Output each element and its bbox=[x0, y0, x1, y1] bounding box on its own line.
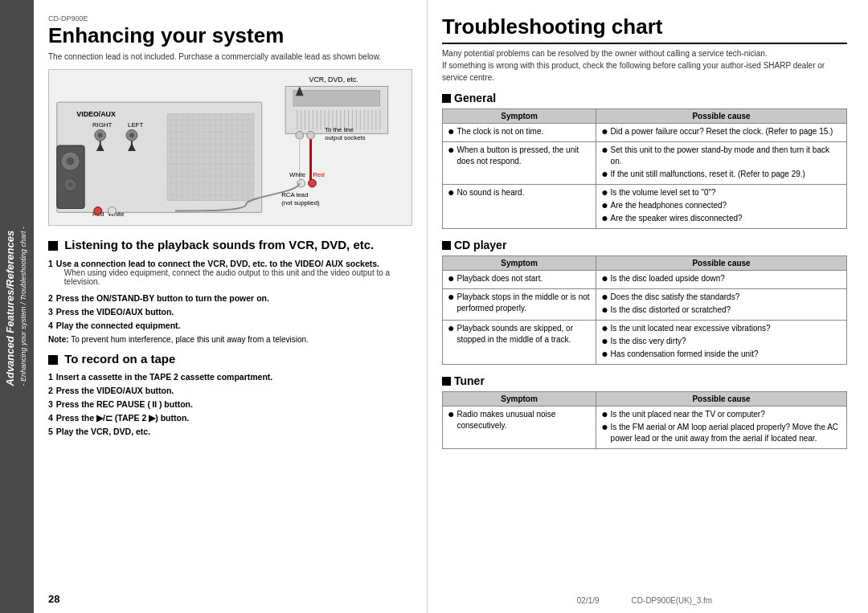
record-title: To record on a tape bbox=[48, 352, 412, 366]
list-item: 2 Press the ON/STAND-BY button to turn t… bbox=[48, 293, 412, 303]
svg-point-26 bbox=[296, 131, 304, 139]
table-row: ●No sound is heard. ●Is the volume level… bbox=[443, 185, 847, 229]
svg-text:VCR, DVD, etc.: VCR, DVD, etc. bbox=[309, 75, 358, 83]
tuner-symptom-header: Symptom bbox=[443, 392, 596, 407]
svg-point-86 bbox=[108, 206, 117, 215]
note-section: Note: To prevent hum interference, place… bbox=[48, 335, 412, 344]
cd-table: Symptom Possible cause ●Playback does no… bbox=[442, 255, 847, 365]
trouble-section-cd: CD player Symptom Possible cause ●Playba… bbox=[442, 239, 847, 365]
list-item: 4 Play the connected equipment. bbox=[48, 321, 412, 330]
svg-text:Red: Red bbox=[313, 171, 324, 178]
table-row: ●The clock is not on time. ●Did a power … bbox=[443, 124, 847, 142]
svg-point-27 bbox=[307, 131, 315, 139]
svg-point-78 bbox=[67, 157, 75, 165]
left-title: Enhancing your system bbox=[48, 24, 412, 47]
general-cause-header: Possible cause bbox=[596, 109, 847, 124]
table-row: ●Playback sounds are skipped, or stopped… bbox=[443, 321, 847, 365]
sidebar-text: Advanced Features/References - Enhancing… bbox=[4, 227, 29, 386]
general-title: General bbox=[442, 92, 847, 104]
right-intro: Many potential problems can be resolved … bbox=[442, 47, 847, 84]
svg-text:(not supplied): (not supplied) bbox=[281, 198, 320, 206]
svg-rect-3 bbox=[293, 90, 380, 106]
right-title: Troubleshooting chart bbox=[442, 14, 847, 44]
list-item: 1 Use a connection lead to connect the V… bbox=[48, 259, 412, 289]
svg-point-85 bbox=[94, 206, 102, 215]
table-row: ●Radio makes unusual noise consecutively… bbox=[443, 407, 847, 449]
list-item: 5 Play the VCR, DVD, etc. bbox=[48, 427, 412, 436]
svg-point-36 bbox=[309, 179, 317, 187]
tuner-cause-header: Possible cause bbox=[596, 392, 847, 407]
diagram-container: VCR, DVD, etc. bbox=[48, 69, 412, 226]
page-container: Advanced Features/References - Enhancing… bbox=[0, 0, 868, 613]
sidebar-main-text: Advanced Features/References bbox=[4, 231, 16, 386]
svg-text:White: White bbox=[289, 171, 305, 178]
record-steps: 1 Insert a cassette in the TAPE 2 casset… bbox=[48, 372, 412, 436]
list-item: 1 Insert a cassette in the TAPE 2 casset… bbox=[48, 372, 412, 382]
cd-title: CD player bbox=[442, 239, 847, 251]
table-row: ●Playback stops in the middle or is not … bbox=[443, 289, 847, 321]
list-item: 4 Press the ▶/⊏ (TAPE 2 ▶) button. bbox=[48, 413, 412, 423]
right-column: Troubleshooting chart Many potential pro… bbox=[428, 0, 862, 613]
cd-symptom-header: Symptom bbox=[443, 256, 596, 271]
table-row: ●Playback does not start. ●Is the disc l… bbox=[443, 271, 847, 289]
diagram-svg: VCR, DVD, etc. bbox=[49, 70, 411, 225]
main-content: CD-DP900E Enhancing your system The conn… bbox=[34, 0, 868, 613]
footer-date: 02/1/9 bbox=[577, 596, 600, 605]
list-item: 3 Press the REC PAUSE (⏸) button. bbox=[48, 399, 412, 409]
table-row: ●When a button is pressed, the unit does… bbox=[443, 142, 847, 185]
trouble-section-tuner: Tuner Symptom Possible cause ●Radio make… bbox=[442, 374, 847, 449]
svg-text:RCA lead: RCA lead bbox=[281, 190, 308, 198]
record-section: To record on a tape 1 Insert a cassette … bbox=[48, 352, 412, 440]
cd-cause-header: Possible cause bbox=[596, 256, 847, 271]
listening-section: Listening to the playback sounds from VC… bbox=[48, 237, 412, 345]
listening-steps: 1 Use a connection lead to connect the V… bbox=[48, 259, 412, 330]
svg-text:LEFT: LEFT bbox=[128, 121, 143, 129]
footer-filename: CD-DP900E(UK)_3.fm bbox=[632, 596, 713, 605]
svg-text:To the line: To the line bbox=[325, 126, 354, 133]
tuner-table: Symptom Possible cause ●Radio makes unus… bbox=[442, 391, 847, 449]
svg-text:output sockets: output sockets bbox=[325, 134, 366, 141]
svg-point-46 bbox=[129, 133, 134, 137]
svg-text:RIGHT: RIGHT bbox=[92, 121, 113, 129]
svg-point-44 bbox=[98, 133, 103, 137]
sidebar-sub-text: - Enhancing your system / Troubleshootin… bbox=[19, 227, 27, 386]
general-table: Symptom Possible cause ●The clock is not… bbox=[442, 108, 847, 229]
list-item: 2 Press the VIDEO/AUX button. bbox=[48, 386, 412, 395]
model-number: CD-DP900E bbox=[48, 14, 412, 22]
listening-title: Listening to the playback sounds from VC… bbox=[48, 237, 412, 253]
svg-text:VIDEO/AUX: VIDEO/AUX bbox=[76, 109, 116, 117]
left-column: CD-DP900E Enhancing your system The conn… bbox=[34, 0, 428, 613]
sidebar: Advanced Features/References - Enhancing… bbox=[0, 0, 34, 613]
trouble-section-general: General Symptom Possible cause ●The cloc… bbox=[442, 92, 847, 229]
tuner-title: Tuner bbox=[442, 374, 847, 387]
list-item: 3 Press the VIDEO/AUX button. bbox=[48, 307, 412, 317]
general-symptom-header: Symptom bbox=[443, 109, 596, 124]
left-subtitle: The connection lead is not included. Pur… bbox=[48, 52, 412, 61]
svg-point-80 bbox=[68, 182, 73, 187]
footer: 02/1/9 CD-DP900E(UK)_3.fm bbox=[442, 591, 847, 605]
page-number: 28 bbox=[48, 588, 412, 605]
